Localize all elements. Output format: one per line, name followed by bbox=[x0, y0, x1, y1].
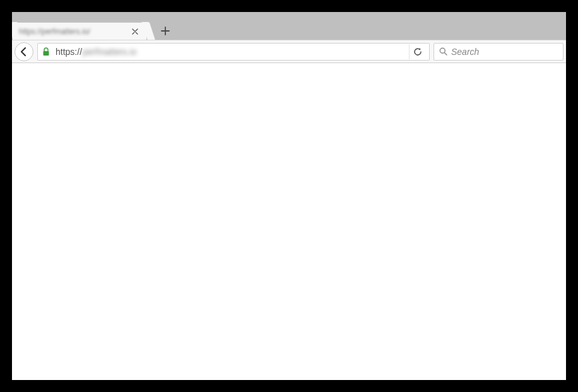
back-button[interactable] bbox=[15, 42, 33, 61]
address-bar[interactable]: https:// perfmatters.io bbox=[37, 43, 430, 61]
url-text[interactable]: https:// perfmatters.io bbox=[56, 47, 404, 57]
new-tab-button[interactable] bbox=[158, 25, 172, 37]
url-scheme: https:// bbox=[56, 47, 82, 57]
reload-button[interactable] bbox=[409, 44, 425, 59]
browser-tab[interactable]: https://perfmatters.io/ bbox=[12, 22, 147, 40]
close-icon[interactable] bbox=[130, 27, 140, 37]
search-box[interactable] bbox=[434, 43, 563, 61]
search-input[interactable] bbox=[451, 47, 563, 57]
svg-rect-0 bbox=[44, 51, 49, 56]
url-host: perfmatters.io bbox=[83, 47, 137, 57]
lock-icon bbox=[42, 47, 50, 56]
page-viewport bbox=[12, 63, 566, 380]
tab-title: https://perfmatters.io/ bbox=[19, 27, 130, 36]
toolbar: https:// perfmatters.io bbox=[12, 40, 566, 63]
browser-window: https://perfmatters.io/ https:// perfmat… bbox=[12, 12, 566, 380]
tab-strip: https://perfmatters.io/ bbox=[12, 12, 566, 40]
search-icon bbox=[439, 47, 447, 56]
